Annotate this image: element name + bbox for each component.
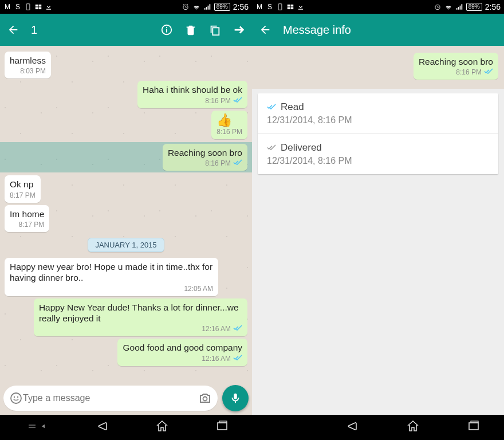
message-text: Good food and good company: [123, 342, 242, 353]
svg-rect-22: [291, 7, 294, 9]
message-bubble[interactable]: Happy New Year dude! Thanks a lot for di…: [34, 298, 247, 337]
download-icon: [297, 3, 305, 11]
message-time: 8:03 PM: [20, 67, 46, 75]
nav-back-button[interactable]: [345, 419, 359, 435]
svg-rect-16: [218, 423, 227, 430]
svg-rect-15: [29, 427, 36, 427]
double-check-icon: [233, 159, 242, 167]
message-text: Happy new year bro! Hope u made it in ti…: [10, 261, 213, 284]
double-check-icon: [233, 355, 242, 363]
delivered-label: Delivered: [281, 142, 322, 154]
nav-home-button[interactable]: [155, 419, 169, 435]
message-row[interactable]: Im home8:17 PM: [5, 205, 247, 232]
message-bubble[interactable]: Im home8:17 PM: [5, 205, 49, 232]
svg-point-11: [14, 396, 15, 398]
wifi-icon: [192, 3, 200, 11]
svg-point-8: [166, 27, 167, 28]
nav-arrow-icon[interactable]: [40, 422, 49, 433]
svg-rect-3: [36, 7, 38, 9]
selected-message[interactable]: Reaching soon bro8:16 PM: [0, 142, 252, 172]
status-bar: M S 89% 2:56: [252, 0, 504, 14]
status-bar: M S 89% 2:56: [0, 0, 252, 14]
double-check-icon: [484, 68, 493, 76]
message-time: 8:16 PM: [205, 97, 231, 105]
message-row[interactable]: Haha i think should be ok8:16 PM: [5, 81, 247, 108]
camera-icon[interactable]: [198, 391, 212, 405]
message-row[interactable]: Happy New Year dude! Thanks a lot for di…: [5, 298, 247, 337]
double-check-icon: [233, 97, 242, 105]
message-time: 12:16 AM: [202, 325, 231, 333]
nav-back-button[interactable]: [96, 419, 109, 435]
message-time: 8:17 PM: [10, 191, 36, 199]
message-row[interactable]: 👍8:16 PM: [5, 111, 247, 139]
back-button[interactable]: [7, 23, 19, 36]
double-check-icon: [233, 325, 242, 333]
nav-recent-button[interactable]: [467, 419, 481, 435]
selection-toolbar: 1: [0, 14, 252, 46]
svg-rect-4: [39, 7, 42, 9]
message-input[interactable]: [23, 393, 198, 403]
message-bubble[interactable]: Haha i think should be ok8:16 PM: [137, 81, 247, 108]
nav-menu-icon[interactable]: [27, 422, 37, 433]
message-bubble[interactable]: Happy new year bro! Hope u made it in ti…: [5, 258, 218, 296]
message-row[interactable]: Happy new year bro! Hope u made it in ti…: [5, 258, 247, 296]
double-check-icon: [267, 101, 276, 113]
message-text: harmless: [10, 55, 46, 66]
preview-text: Reaching soon bro: [419, 56, 493, 67]
clock: 2:56: [485, 2, 501, 11]
date-chip: JANUARY 1, 2015: [5, 238, 247, 252]
nav-bar: [252, 415, 504, 440]
signal-icon: [203, 3, 211, 11]
gmail-icon: M: [255, 3, 263, 11]
message-time: 12:05 AM: [184, 285, 213, 293]
alarm-icon: [182, 3, 190, 11]
message-bubble[interactable]: Ok np8:17 PM: [5, 175, 41, 202]
signal-icon: [455, 3, 463, 11]
delete-button[interactable]: [184, 23, 197, 36]
svg-point-13: [203, 397, 207, 401]
forward-button[interactable]: [233, 23, 245, 36]
message-text: Reaching soon bro: [168, 147, 242, 158]
emoji-icon[interactable]: [9, 391, 23, 405]
svg-rect-24: [469, 423, 478, 430]
copy-button[interactable]: [208, 23, 221, 36]
message-text: Im home: [10, 209, 44, 219]
nav-recent-button[interactable]: [215, 419, 229, 435]
message-bubble[interactable]: Reaching soon bro8:16 PM: [163, 144, 247, 171]
info-preview-area: Reaching soon bro 8:16 PM: [252, 46, 504, 89]
phone-right: M S 89% 2:56 Message info Reaching soon …: [252, 0, 504, 440]
message-time: 8:16 PM: [216, 128, 242, 136]
delivered-cell: Delivered 12/31/2014, 8:16 PM: [258, 133, 498, 174]
windows-icon: [34, 3, 42, 11]
chat-area: harmless8:03 PMHaha i think should be ok…: [0, 46, 252, 415]
message-row[interactable]: harmless8:03 PM: [5, 52, 247, 78]
message-bubble[interactable]: harmless8:03 PM: [5, 52, 51, 78]
clock: 2:56: [233, 2, 249, 11]
svg-rect-18: [278, 4, 282, 10]
device-icon: [276, 3, 284, 11]
message-bubble[interactable]: 👍8:16 PM: [211, 111, 247, 139]
read-cell: Read 12/31/2014, 8:16 PM: [258, 93, 498, 133]
nav-home-button[interactable]: [406, 419, 420, 435]
gmail-icon: M: [3, 3, 11, 11]
device-icon: [24, 3, 32, 11]
read-label: Read: [281, 101, 304, 113]
message-row[interactable]: Good food and good company12:16 AM: [5, 339, 247, 366]
message-bubble[interactable]: Good food and good company12:16 AM: [117, 339, 247, 366]
message-row[interactable]: Ok np8:17 PM: [5, 175, 247, 202]
selection-count: 1: [31, 23, 37, 37]
page-title: Message info: [283, 23, 351, 37]
svg-point-12: [17, 396, 18, 398]
read-time: 12/31/2014, 8:16 PM: [267, 115, 489, 125]
info-toolbar: Message info: [252, 14, 504, 46]
message-text: Ok np: [10, 179, 36, 190]
mic-button[interactable]: [222, 385, 249, 411]
thumbs-up-icon: 👍: [216, 114, 242, 127]
preview-bubble: Reaching soon bro 8:16 PM: [414, 53, 498, 80]
windows-icon: [286, 3, 294, 11]
back-button[interactable]: [259, 23, 271, 36]
message-text: Haha i think should be ok: [143, 84, 242, 95]
wifi-icon: [444, 3, 452, 11]
info-button[interactable]: [160, 23, 173, 36]
nav-extras: [23, 422, 49, 433]
